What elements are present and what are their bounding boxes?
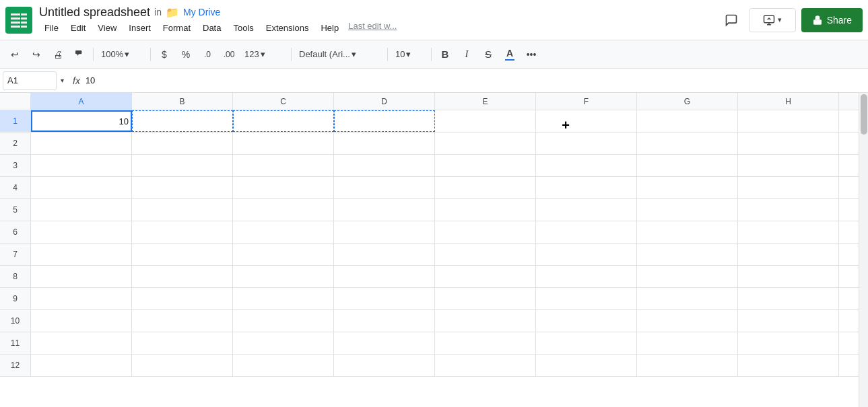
cell-F3[interactable] [536, 155, 637, 176]
last-edit-label[interactable]: Last edit w... [348, 21, 397, 35]
menu-tools[interactable]: Tools [228, 21, 259, 35]
cell-F11[interactable] [536, 332, 637, 354]
cell-A6[interactable] [31, 221, 132, 243]
cell-C1[interactable] [233, 110, 334, 132]
cell-E10[interactable] [435, 310, 536, 332]
cell-H10[interactable] [738, 310, 839, 332]
cell-F1[interactable] [536, 110, 637, 132]
cell-A3[interactable] [31, 155, 132, 176]
col-header-F[interactable]: F [536, 93, 637, 110]
strikethrough-button[interactable]: S [479, 45, 498, 64]
cell-F7[interactable] [536, 244, 637, 265]
col-header-H[interactable]: H [738, 93, 839, 110]
cell-D9[interactable] [334, 288, 435, 309]
cell-E7[interactable] [435, 244, 536, 265]
cell-H3[interactable] [738, 155, 839, 176]
cell-G9[interactable] [637, 288, 738, 309]
cell-G11[interactable] [637, 332, 738, 354]
menu-data[interactable]: Data [197, 21, 226, 35]
cell-D10[interactable] [334, 310, 435, 332]
cell-B8[interactable] [132, 266, 233, 287]
cell-F8[interactable] [536, 266, 637, 287]
decimal-dec-button[interactable]: .0 [198, 45, 217, 64]
cell-G6[interactable] [637, 221, 738, 243]
decimal-inc-button[interactable]: .00 [220, 45, 238, 64]
cell-D3[interactable] [334, 155, 435, 176]
cell-H11[interactable] [738, 332, 839, 354]
cell-B1[interactable] [132, 110, 233, 132]
cell-E4[interactable] [435, 177, 536, 198]
cell-F6[interactable] [536, 221, 637, 243]
cell-H1[interactable] [738, 110, 839, 132]
redo-button[interactable]: ↪ [27, 45, 46, 64]
cell-E1[interactable] [435, 110, 536, 132]
cell-D7[interactable] [334, 244, 435, 265]
cell-G12[interactable] [637, 355, 738, 376]
cell-F10[interactable] [536, 310, 637, 332]
print-button[interactable]: 🖨 [48, 45, 67, 64]
cell-C5[interactable] [233, 199, 334, 221]
cell-G3[interactable] [637, 155, 738, 176]
share-button[interactable]: Share [801, 8, 863, 32]
italic-button[interactable]: I [457, 45, 476, 64]
cell-B2[interactable] [132, 133, 233, 154]
cell-E12[interactable] [435, 355, 536, 376]
cell-D2[interactable] [334, 133, 435, 154]
cell-D12[interactable] [334, 355, 435, 376]
cell-H8[interactable] [738, 266, 839, 287]
col-header-G[interactable]: G [637, 93, 738, 110]
cell-E8[interactable] [435, 266, 536, 287]
cell-H6[interactable] [738, 221, 839, 243]
font-size-selector[interactable]: 10 ▾ [392, 45, 427, 64]
undo-button[interactable]: ↩ [5, 45, 24, 64]
cell-A12[interactable] [31, 355, 132, 376]
menu-extensions[interactable]: Extensions [261, 21, 314, 35]
cell-D11[interactable] [334, 332, 435, 354]
cell-D1[interactable] [334, 110, 435, 132]
cell-G5[interactable] [637, 199, 738, 221]
cell-B5[interactable] [132, 199, 233, 221]
cell-G2[interactable] [637, 133, 738, 154]
more-formats-button[interactable]: ••• [522, 45, 541, 64]
menu-format[interactable]: Format [158, 21, 196, 35]
menu-file[interactable]: File [39, 21, 64, 35]
cell-B7[interactable] [132, 244, 233, 265]
cell-A9[interactable] [31, 288, 132, 309]
zoom-selector[interactable]: 100% ▾ [98, 45, 146, 64]
cell-E9[interactable] [435, 288, 536, 309]
font-selector[interactable]: Default (Ari... ▾ [296, 45, 383, 64]
cell-G7[interactable] [637, 244, 738, 265]
cell-C10[interactable] [233, 310, 334, 332]
font-color-button[interactable]: A [500, 45, 519, 64]
currency-button[interactable]: $ [155, 45, 174, 64]
cell-A2[interactable] [31, 133, 132, 154]
cell-A5[interactable] [31, 199, 132, 221]
cell-C11[interactable] [233, 332, 334, 354]
present-button[interactable]: ▾ [749, 8, 796, 32]
cell-B9[interactable] [132, 288, 233, 309]
cell-C12[interactable] [233, 355, 334, 376]
cell-ref-dropdown[interactable]: ▾ [57, 71, 67, 90]
cell-B6[interactable] [132, 221, 233, 243]
cell-C6[interactable] [233, 221, 334, 243]
col-header-C[interactable]: C [233, 93, 334, 110]
cell-H9[interactable] [738, 288, 839, 309]
cell-F9[interactable] [536, 288, 637, 309]
cell-H5[interactable] [738, 199, 839, 221]
cell-F2[interactable] [536, 133, 637, 154]
cell-F4[interactable] [536, 177, 637, 198]
drive-link[interactable]: My Drive [183, 7, 220, 17]
cell-G8[interactable] [637, 266, 738, 287]
cell-C9[interactable] [233, 288, 334, 309]
cell-B11[interactable] [132, 332, 233, 354]
col-header-E[interactable]: E [435, 93, 536, 110]
col-header-D[interactable]: D [334, 93, 435, 110]
cell-C4[interactable] [233, 177, 334, 198]
cell-G10[interactable] [637, 310, 738, 332]
cell-C8[interactable] [233, 266, 334, 287]
bold-button[interactable]: B [436, 45, 455, 64]
cell-A11[interactable] [31, 332, 132, 354]
cell-C2[interactable] [233, 133, 334, 154]
menu-help[interactable]: Help [315, 21, 344, 35]
menu-insert[interactable]: Insert [123, 21, 156, 35]
